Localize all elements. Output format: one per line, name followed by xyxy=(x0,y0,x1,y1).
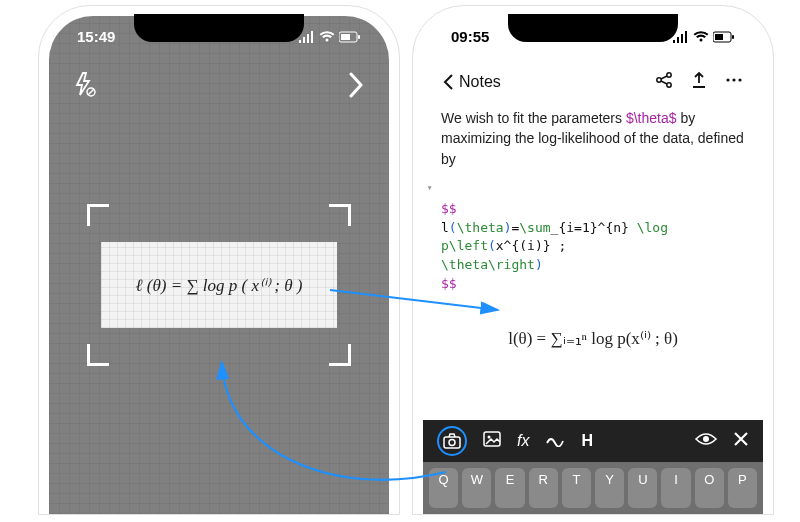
key-r[interactable]: R xyxy=(529,468,558,508)
handwritten-equation: ℓ (θ) = ∑ log p ( x⁽ⁱ⁾ ; θ ) xyxy=(136,275,303,296)
key-y[interactable]: Y xyxy=(595,468,624,508)
svg-point-15 xyxy=(732,78,735,81)
image-icon xyxy=(483,431,501,447)
rendered-equation: l(θ) = ∑ᵢ₌₁ⁿ log p(x⁽ⁱ⁾ ; θ) xyxy=(441,327,745,352)
svg-line-12 xyxy=(661,81,667,84)
close-tool[interactable] xyxy=(733,431,749,451)
svg-rect-2 xyxy=(341,34,350,40)
battery-icon xyxy=(339,31,361,43)
eye-icon xyxy=(695,431,717,447)
wifi-icon xyxy=(693,31,709,43)
image-tool[interactable] xyxy=(483,431,501,451)
keyboard[interactable]: Q W E R T Y U I O P xyxy=(423,462,763,514)
chevron-left-icon xyxy=(443,74,455,90)
svg-point-14 xyxy=(726,78,729,81)
crop-frame[interactable]: ℓ (θ) = ∑ log p ( x⁽ⁱ⁾ ; θ ) xyxy=(87,204,351,366)
nav-bar: Notes xyxy=(423,64,763,100)
key-w[interactable]: W xyxy=(462,468,491,508)
key-u[interactable]: U xyxy=(628,468,657,508)
camera-tool[interactable] xyxy=(437,426,467,456)
export-button[interactable] xyxy=(691,71,707,93)
svg-line-4 xyxy=(88,89,94,95)
svg-rect-1 xyxy=(358,35,360,39)
phone-editor: 09:55 Notes xyxy=(412,5,774,515)
status-bar: 09:55 xyxy=(423,28,763,45)
preview-tool[interactable] xyxy=(695,431,717,451)
key-q[interactable]: Q xyxy=(429,468,458,508)
signal-icon xyxy=(673,31,689,43)
key-e[interactable]: E xyxy=(495,468,524,508)
svg-rect-17 xyxy=(444,437,460,448)
body-text: We wish to fit the parameters $\theta$ b… xyxy=(441,108,745,169)
flash-button[interactable] xyxy=(71,72,97,102)
more-icon xyxy=(725,71,743,89)
svg-point-18 xyxy=(449,440,455,446)
key-o[interactable]: O xyxy=(695,468,724,508)
status-time: 15:49 xyxy=(77,28,115,45)
battery-icon xyxy=(713,31,735,43)
heading-tool[interactable]: H xyxy=(581,432,593,450)
svg-rect-7 xyxy=(715,34,723,40)
editor-content[interactable]: We wish to fit the parameters $\theta$ b… xyxy=(441,108,745,351)
key-t[interactable]: T xyxy=(562,468,591,508)
status-icons xyxy=(673,28,735,45)
back-button[interactable]: Notes xyxy=(443,73,501,91)
svg-point-10 xyxy=(667,83,671,87)
back-label: Notes xyxy=(459,73,501,91)
svg-point-21 xyxy=(703,436,709,442)
insert-toolbar: fx H xyxy=(423,420,763,462)
status-time: 09:55 xyxy=(451,28,489,45)
close-icon xyxy=(733,431,749,447)
latex-code-block[interactable]: $$ l(\theta)=\sum_{i=1}^{n} \log p\left(… xyxy=(441,181,745,313)
signal-icon xyxy=(299,31,315,43)
wifi-icon xyxy=(319,31,335,43)
svg-point-8 xyxy=(657,78,661,82)
status-icons xyxy=(299,28,361,45)
svg-line-11 xyxy=(661,76,667,79)
key-p[interactable]: P xyxy=(728,468,757,508)
share-button[interactable] xyxy=(655,71,673,93)
svg-point-20 xyxy=(488,436,491,439)
share-icon xyxy=(655,71,673,89)
scribble-icon xyxy=(545,431,565,447)
phone-camera: 15:49 ℓ (θ) = ∑ log p ( x⁽ⁱ⁾ ; θ ) xyxy=(38,5,400,515)
upload-icon xyxy=(691,71,707,89)
scribble-tool[interactable] xyxy=(545,431,565,451)
more-button[interactable] xyxy=(725,71,743,93)
svg-point-9 xyxy=(667,73,671,77)
captured-paper: ℓ (θ) = ∑ log p ( x⁽ⁱ⁾ ; θ ) xyxy=(101,242,337,328)
camera-icon xyxy=(443,433,461,449)
next-button[interactable] xyxy=(345,72,367,102)
svg-rect-6 xyxy=(732,35,734,39)
status-bar: 15:49 xyxy=(49,28,389,45)
fx-tool[interactable]: fx xyxy=(517,432,529,450)
key-i[interactable]: I xyxy=(661,468,690,508)
svg-point-16 xyxy=(738,78,741,81)
